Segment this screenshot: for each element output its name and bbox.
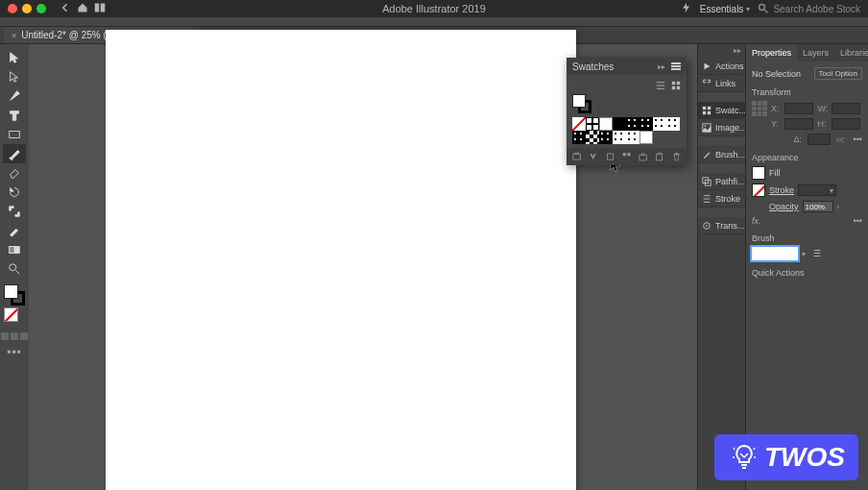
swatch-pattern-3[interactable] — [653, 117, 666, 131]
search-color-themes-icon[interactable] — [589, 152, 597, 161]
swatch-pattern-2[interactable] — [639, 117, 653, 131]
app-title: Adobe Illustrator 2019 — [382, 3, 486, 14]
fx-button[interactable]: fx. — [752, 216, 761, 226]
opacity-field[interactable]: 100% — [803, 201, 833, 212]
swatch-pattern-1[interactable] — [626, 117, 639, 131]
swatch-pattern-7[interactable] — [599, 131, 613, 144]
swatch-pattern-4[interactable] — [666, 117, 680, 131]
stroke-chip[interactable] — [752, 184, 765, 197]
swatches-floating-panel[interactable]: Swatches ▸▸ — [567, 58, 687, 165]
tool-options-button[interactable]: Tool Option — [814, 67, 862, 80]
swatch-libraries-icon[interactable] — [572, 152, 581, 161]
home-icon[interactable] — [77, 2, 88, 15]
svg-rect-7 — [703, 106, 706, 109]
paintbrush-tool[interactable] — [3, 144, 26, 163]
swatch-black[interactable] — [613, 117, 626, 131]
panel-menu-icon[interactable] — [671, 61, 681, 72]
brush-dropdown-caret[interactable]: ▾ — [802, 250, 806, 258]
swatch-pattern-10[interactable] — [639, 131, 653, 144]
delete-swatch-icon[interactable] — [672, 152, 681, 161]
swatches-panel-button[interactable]: Swatc... — [698, 102, 745, 119]
selection-tool[interactable] — [3, 48, 26, 67]
w-input[interactable] — [832, 103, 860, 114]
adobe-stock-search[interactable]: Search Adobe Stock — [758, 3, 860, 14]
edit-toolbar-button[interactable]: ••• — [7, 346, 22, 359]
tab-label: Layers — [803, 48, 829, 58]
opacity-caret-icon[interactable]: › — [837, 203, 840, 211]
swatches-panel-footer — [567, 148, 687, 165]
close-tab-icon[interactable]: × — [12, 31, 16, 40]
h-input[interactable] — [832, 118, 860, 130]
x-input[interactable] — [784, 103, 813, 114]
list-view-icon[interactable] — [656, 81, 665, 90]
workspace-label: Essentials — [700, 4, 744, 14]
preview-fill[interactable] — [572, 94, 586, 108]
workspace-switcher[interactable]: Essentials ▾ — [700, 4, 751, 14]
fill-stroke-control[interactable] — [4, 284, 25, 306]
transform-panel-button[interactable]: Trans... — [698, 217, 745, 234]
eyedropper-tool[interactable] — [3, 221, 26, 240]
image-trace-panel-button[interactable]: Image... — [698, 119, 745, 136]
collapse-panel-icon[interactable]: ▸▸ — [658, 62, 665, 71]
swatch-fill-stroke-preview[interactable] — [572, 94, 591, 113]
swatch-white[interactable] — [599, 117, 613, 131]
brush-options-icon[interactable]: ☰ — [813, 249, 821, 258]
collapse-toggle[interactable]: ▸▸ — [698, 44, 745, 58]
secondary-fill-stroke[interactable] — [4, 307, 25, 329]
reference-point-control[interactable] — [752, 101, 767, 116]
rectangle-tool[interactable] — [3, 125, 26, 144]
draw-inside[interactable] — [20, 332, 28, 340]
swatch-pattern-9[interactable] — [626, 131, 639, 144]
none-swatch-2[interactable] — [4, 307, 18, 322]
links-panel-button[interactable]: Links — [698, 75, 745, 92]
minimize-window-button[interactable] — [22, 4, 32, 13]
fill-swatch[interactable] — [4, 284, 18, 299]
gradient-tool[interactable] — [3, 240, 26, 259]
swatch-registration[interactable] — [586, 117, 599, 131]
swatch-pattern-5[interactable] — [572, 131, 586, 144]
tab-layers[interactable]: Layers — [797, 44, 834, 61]
brushes-panel-button[interactable]: Brush... — [698, 146, 745, 163]
stroke-label[interactable]: Stroke — [769, 185, 794, 195]
new-color-group-icon[interactable] — [639, 152, 647, 161]
tab-properties[interactable]: Properties — [746, 44, 797, 61]
thumb-view-icon[interactable] — [671, 81, 681, 90]
draw-behind[interactable] — [11, 332, 18, 340]
swatch-none[interactable] — [572, 117, 586, 131]
angle-input[interactable] — [808, 134, 831, 145]
swatch-pattern-6[interactable] — [586, 131, 599, 144]
tab-libraries[interactable]: Libraries — [834, 44, 868, 61]
swatch-kind-icon[interactable] — [606, 152, 615, 161]
rotate-tool[interactable] — [3, 183, 26, 202]
stroke-panel-button[interactable]: Stroke — [698, 190, 745, 208]
pathfinder-icon — [702, 177, 711, 186]
direct-selection-tool[interactable] — [3, 67, 26, 86]
arrange-documents-icon[interactable] — [94, 2, 106, 15]
more-options-icon[interactable]: ••• — [854, 216, 862, 226]
zoom-tool[interactable] — [3, 259, 26, 279]
draw-normal[interactable] — [1, 332, 9, 340]
transform-icon — [702, 221, 711, 231]
draw-mode-buttons[interactable] — [1, 332, 28, 340]
pathfinder-panel-button[interactable]: Pathfi... — [698, 173, 745, 190]
fill-chip[interactable] — [752, 166, 765, 180]
swatch-pattern-8[interactable] — [613, 131, 626, 144]
zoom-window-button[interactable] — [36, 4, 46, 13]
actions-panel-button[interactable]: Actions — [698, 58, 745, 75]
new-swatch-icon[interactable] — [655, 152, 663, 161]
scale-tool[interactable] — [3, 202, 26, 221]
eraser-tool[interactable] — [3, 163, 26, 183]
brush-preview[interactable] — [752, 247, 798, 260]
nav-back-icon[interactable] — [60, 2, 71, 15]
gpu-perf-icon[interactable] — [681, 2, 692, 15]
opacity-label[interactable]: Opacity — [769, 202, 799, 211]
close-window-button[interactable] — [8, 4, 17, 13]
y-input[interactable] — [784, 118, 813, 130]
pen-tool[interactable] — [3, 86, 26, 106]
swatches-panel-header[interactable]: Swatches ▸▸ — [567, 58, 687, 75]
swatch-options-icon[interactable] — [622, 152, 631, 161]
stroke-weight-dropdown[interactable]: ▾ — [798, 184, 836, 196]
type-tool[interactable] — [3, 106, 26, 125]
more-options-icon[interactable]: ••• — [854, 135, 862, 144]
artboard[interactable] — [106, 30, 576, 490]
